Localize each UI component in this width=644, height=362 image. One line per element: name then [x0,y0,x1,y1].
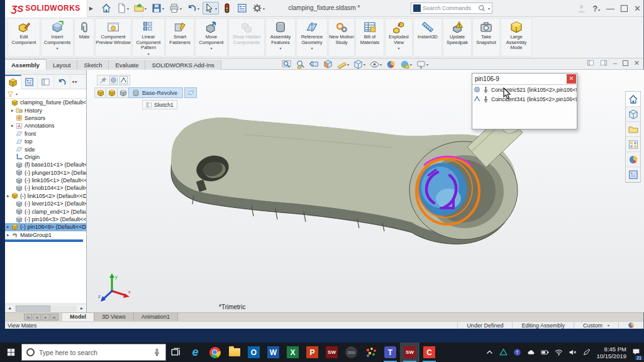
doc-close-button[interactable]: ✕ [634,60,640,67]
search-dropdown-icon[interactable]: ▾ [488,6,490,11]
concentric-mate-button[interactable] [109,76,118,84]
tree-item-origin[interactable]: Origin [5,153,86,161]
taskbar-outlook[interactable]: O [244,343,264,362]
hide-show-items-button[interactable]: ▾ [370,60,382,69]
sketch-flyout[interactable]: Sketch1 [142,100,177,109]
tree-item-mategroup1[interactable]: ▸MateGroup1 [5,231,86,239]
ribbon-new-motion-study[interactable]: New Motion Study [328,18,355,57]
featuremanager-tab[interactable] [5,75,21,89]
taskbar-excel[interactable]: X [283,343,303,362]
maximize-button[interactable] [621,5,628,12]
doc-restore-button[interactable] [623,60,628,66]
print-button[interactable]: ▾ [167,2,184,14]
tree-tab-scroll-arrows[interactable]: ◂ ▸ [72,79,77,84]
tree-item-link105-1[interactable]: (-) link105<1> (Default<<[ [5,177,86,184]
ribbon-instant3d[interactable]: Instant3D [413,18,442,57]
login-user-icon[interactable] [577,4,586,13]
ribbon-assembly-features[interactable]: Assembly Features▾ [265,18,296,57]
view-orientation-button[interactable]: ▾ [353,60,365,69]
zoom-to-fit-button[interactable] [282,60,291,69]
command-search-box[interactable]: Search Commands ▾ [411,3,492,14]
taskbar-solidworks-active[interactable]: SW [400,343,419,362]
ribbon-linear-component-pattern[interactable]: Linear Component Pattern▾ [132,18,165,57]
taskbar-search-box[interactable]: Type here to search [21,344,166,361]
new-document-button[interactable]: ▾ [114,2,131,14]
previous-view-button[interactable] [309,60,319,69]
open-button[interactable]: ▾ [132,2,148,14]
ribbon-edit-component[interactable]: Edit Component [8,18,40,57]
last-tab-button[interactable]: ▸| [50,314,58,321]
ribbon-update-speedpak[interactable]: !Update Speedpak [443,18,472,57]
microphone-icon[interactable] [153,348,161,356]
taskpane-custom-properties-button[interactable] [626,167,640,182]
ribbon-reference-geometry[interactable]: Reference Geometry▾ [296,18,328,57]
taskpane-design-library-button[interactable] [626,107,640,122]
tray-expand-icon[interactable] [486,348,494,356]
tree-item-top-plane[interactable]: top [5,138,86,145]
volume-muted-icon[interactable] [569,348,577,356]
taskbar-solidworks[interactable]: SW [322,343,341,362]
edit-appearance-button[interactable] [386,60,396,69]
ribbon-insert-components[interactable]: Insert Components▾ [41,18,74,57]
rebuild-button[interactable] [220,2,234,14]
mate-search-input[interactable] [472,74,567,84]
tab-3d-views[interactable]: 3D Views [94,313,134,322]
mate-result-coincident341[interactable]: Coincident341 (link105<2>,pin106<9 [472,94,577,104]
undo-button[interactable]: ▾ [185,2,201,14]
breadcrumb-assembly-icon[interactable] [94,87,106,98]
ribbon-exploded-view[interactable]: Exploded View▾ [385,18,413,57]
breadcrumb-sketch-icon[interactable] [184,87,197,98]
tree-item-annotations[interactable]: ▸Annotations [5,122,86,129]
antivirus-icon[interactable] [499,348,508,356]
taskbar-screenshot-tool[interactable] [361,343,380,362]
tree-filter-box[interactable]: ▾ [5,89,86,99]
pen-input-icon[interactable] [582,348,591,356]
ribbon-mate[interactable]: Mate [74,18,94,57]
first-tab-button[interactable]: |◂ [24,314,32,321]
tree-item-knob104[interactable]: (-) knob104<1> (Default< [5,184,86,192]
file-properties-button[interactable] [235,2,249,14]
ribbon-take-snapshot[interactable]: Take Snapshot [472,18,500,57]
help-button[interactable]: ?▾ [592,4,600,13]
configurationmanager-tab[interactable] [38,75,54,89]
pin-icon[interactable] [99,76,108,84]
taskbar-camtasia[interactable]: C [419,343,439,362]
search-icon[interactable] [478,4,486,12]
task-view-button[interactable] [166,343,186,362]
scrollbar-thumb[interactable] [16,305,50,312]
home-button[interactable] [99,2,113,14]
tree-item-pin106-9-selected[interactable]: ▸(-) pin106<9> (Default<<D [5,223,86,231]
ribbon-bill-of-materials[interactable]: Bill of Materials [355,18,384,57]
status-config[interactable]: Custom▾ [574,322,618,329]
taskbar-file-explorer[interactable] [225,343,244,362]
tree-item-clamp-end[interactable]: (-) clamp_end<1> (Default [5,207,86,215]
tab-assembly[interactable]: Assembly [5,59,47,70]
tree-horizontal-scrollbar[interactable]: ◂ ▸ [5,304,87,312]
taskpane-appearances-button[interactable] [626,152,640,167]
breadcrumb-feature[interactable]: Base-Revolve [128,87,183,98]
close-button[interactable]: ✕ [634,4,641,13]
tab-animation1[interactable]: Animation1 [134,313,178,322]
tree-item-sensors[interactable]: Sensors [5,114,86,122]
notification-center-button[interactable]: 21 [632,347,640,358]
next-tab-button[interactable]: ▸ [42,314,50,321]
apply-scene-button[interactable]: ▾ [400,60,412,69]
minimize-button[interactable]: — [606,4,614,13]
view-settings-button[interactable]: ▾ [416,60,428,69]
tree-item-history[interactable]: ▸History [5,106,86,114]
tab-model[interactable]: Model [62,313,94,322]
taskpane-file-explorer-button[interactable] [626,122,640,137]
breadcrumb-body-icon[interactable] [117,87,129,98]
tree-item-base101[interactable]: (f) base101<1> (Default<< [5,161,86,168]
zoom-to-area-button[interactable] [296,60,305,69]
wifi-icon[interactable] [555,348,563,356]
tree-item-pin106-3[interactable]: (-) pin106<3> (Default<<D [5,216,86,223]
teams-tray-icon[interactable]: T [513,348,521,356]
logo-flyout-arrow-icon[interactable]: ▶ [89,6,93,11]
ribbon-smart-fasteners[interactable]: Smart Fasteners [165,18,194,57]
measure-button[interactable]: ▾ [337,60,349,69]
onedrive-icon[interactable] [527,348,535,356]
section-view-button[interactable] [323,60,333,69]
taskbar-teams[interactable]: T [380,343,400,362]
split-pane-right-icon[interactable] [600,59,608,67]
